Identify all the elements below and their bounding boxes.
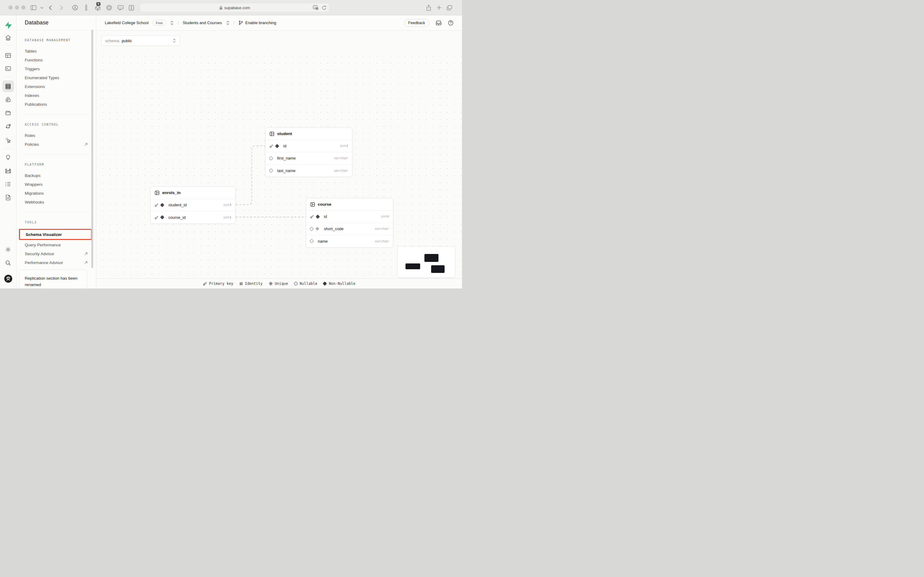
primary-key-icon: [203, 282, 207, 286]
extension-pie-icon[interactable]: [71, 4, 79, 11]
legend-nullable: Nullable: [294, 282, 317, 286]
database-icon[interactable]: [2, 81, 14, 92]
extension-reader-icon[interactable]: [127, 4, 135, 11]
forward-button[interactable]: [58, 4, 65, 11]
new-tab-icon[interactable]: [435, 4, 443, 11]
feedback-button[interactable]: Feedback: [404, 19, 429, 27]
nav-item-webhooks[interactable]: Webhooks: [25, 198, 88, 206]
sidebar-chevron-icon[interactable]: [38, 4, 46, 11]
realtime-icon[interactable]: [2, 134, 14, 146]
reload-icon[interactable]: [322, 5, 326, 10]
home-icon[interactable]: [2, 32, 14, 44]
column-row[interactable]: name varchar: [306, 235, 393, 247]
nav-item-query-performance[interactable]: Query Performance: [25, 240, 88, 249]
logs-icon[interactable]: [2, 178, 14, 190]
column-name: name: [318, 239, 373, 243]
nav-item-policies[interactable]: Policies: [25, 140, 88, 149]
table-header[interactable]: enrols_in: [151, 187, 235, 199]
minimap[interactable]: [397, 246, 455, 278]
column-row[interactable]: id int4: [266, 140, 352, 152]
primary-key-icon: [310, 214, 314, 219]
schema-select-value: public: [122, 39, 132, 43]
extension-box-heart-icon[interactable]: ♥: [94, 4, 102, 11]
non-nullable-icon: [275, 143, 279, 148]
window-zoom-button[interactable]: [21, 5, 25, 10]
column-type: int4: [223, 216, 232, 219]
column-name: last_name: [277, 168, 332, 173]
table-node-student[interactable]: student id int4 first_name varchar: [265, 127, 352, 177]
project-switcher-chevrons-icon[interactable]: [226, 21, 229, 25]
schema-canvas[interactable]: schema: public student: [96, 31, 462, 288]
help-icon[interactable]: [448, 20, 454, 26]
tab-overview-icon[interactable]: [446, 4, 454, 11]
nav-item-security-advisor[interactable]: Security Advisor: [25, 249, 88, 258]
plan-badge[interactable]: Free: [153, 20, 166, 26]
section-access-control: ACCESS CONTROL Roles Policies: [16, 122, 96, 149]
nav-item-performance-advisor[interactable]: Performance Advisor: [25, 258, 88, 267]
nav-item-enumerated-types[interactable]: Enumerated Types: [25, 73, 88, 82]
minimap-node: [424, 254, 438, 262]
window-close-button[interactable]: [8, 5, 13, 10]
nav-item-backups[interactable]: Backups: [25, 171, 88, 180]
column-type: varchar: [334, 156, 348, 160]
extension-circle-icon[interactable]: [105, 4, 113, 11]
nav-item-publications[interactable]: Publications: [25, 100, 88, 109]
nav-item-migrations[interactable]: Migrations: [25, 189, 88, 198]
panel-scrollbar[interactable]: [91, 30, 93, 268]
section-label: DATABASE MANAGEMENT: [25, 38, 88, 43]
table-header[interactable]: student: [266, 128, 352, 140]
nav-item-functions[interactable]: Functions: [25, 56, 88, 64]
inbox-icon[interactable]: [436, 20, 441, 25]
icon-rail: [0, 15, 16, 288]
api-docs-icon[interactable]: [2, 192, 14, 203]
share-icon[interactable]: [425, 4, 433, 11]
translate-icon[interactable]: A文: [313, 5, 319, 10]
window-controls: [8, 5, 25, 10]
browser-chrome: ♥ supabase.com A文: [0, 0, 462, 15]
nav-item-roles[interactable]: Roles: [25, 131, 88, 140]
extension-chat-icon[interactable]: [116, 4, 124, 11]
advisors-icon[interactable]: [2, 151, 14, 163]
table-node-enrols-in[interactable]: enrols_in student_id int4 course_id: [150, 187, 236, 224]
column-row[interactable]: student_id int4: [151, 199, 235, 211]
settings-icon[interactable]: [2, 243, 14, 255]
table-node-course[interactable]: course id int4 short_code: [306, 198, 393, 248]
nav-item-tables[interactable]: Tables: [25, 47, 88, 56]
column-row[interactable]: id int4: [306, 211, 393, 223]
search-icon[interactable]: [2, 257, 14, 269]
extension-bottle-icon[interactable]: [82, 4, 90, 11]
nav-item-schema-visualizer[interactable]: Schema Visualizer: [20, 230, 91, 239]
address-bar[interactable]: supabase.com A文: [140, 3, 329, 12]
non-nullable-icon: [160, 215, 164, 219]
project-name[interactable]: Students and Courses: [183, 21, 222, 25]
nav-item-indexes[interactable]: Indexes: [25, 91, 88, 100]
legend-unique: Unique: [269, 282, 288, 286]
storage-icon[interactable]: [2, 107, 14, 119]
column-row[interactable]: first_name varchar: [266, 152, 352, 164]
org-switcher-chevrons-icon[interactable]: [170, 21, 174, 25]
nav-item-extensions[interactable]: Extensions: [25, 82, 88, 91]
nav-item-triggers[interactable]: Triggers: [25, 64, 88, 73]
minimap-node: [431, 265, 444, 273]
enable-branching-button[interactable]: Enable branching: [245, 21, 276, 25]
sql-editor-icon[interactable]: [2, 63, 14, 74]
column-row[interactable]: last_name varchar: [266, 164, 352, 177]
account-avatar[interactable]: [2, 273, 14, 285]
column-name: id: [324, 214, 379, 219]
reports-icon[interactable]: [2, 165, 14, 177]
authentication-icon[interactable]: [2, 93, 14, 105]
edge-functions-icon[interactable]: [2, 121, 14, 132]
column-type: varchar: [334, 169, 348, 172]
column-row[interactable]: short_code varchar: [306, 223, 393, 235]
table-name: course: [318, 202, 331, 206]
window-minimize-button[interactable]: [15, 5, 19, 10]
supabase-logo[interactable]: [2, 19, 14, 31]
column-row[interactable]: course_id int4: [151, 211, 235, 223]
back-button[interactable]: [47, 4, 55, 11]
nav-item-wrappers[interactable]: Wrappers: [25, 180, 88, 189]
org-name[interactable]: Lakefield College School: [105, 21, 148, 25]
schema-select[interactable]: schema: public: [101, 35, 180, 46]
sidebar-toggle-icon[interactable]: [29, 4, 37, 11]
table-editor-icon[interactable]: [2, 50, 14, 61]
table-header[interactable]: course: [306, 198, 393, 211]
